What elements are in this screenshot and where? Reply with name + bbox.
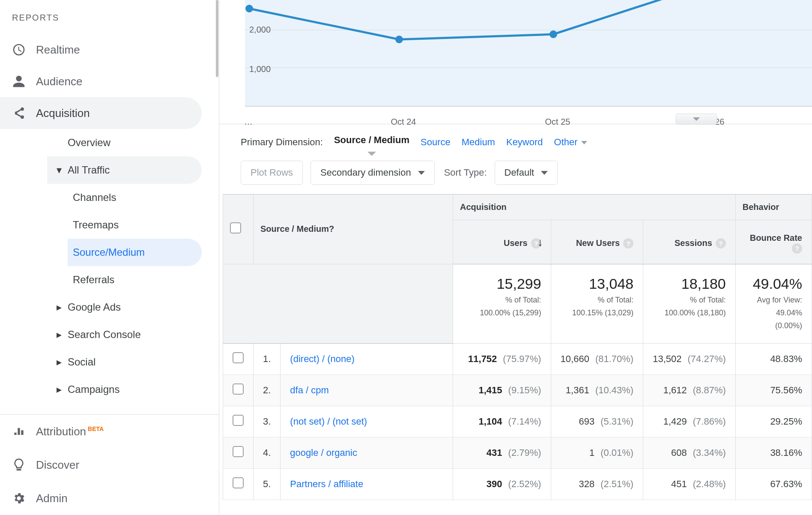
- source-medium-link[interactable]: Partners / affiliate: [281, 468, 453, 500]
- sidebar-item-label: Treemaps: [73, 219, 119, 231]
- dimension-keyword[interactable]: Keyword: [506, 137, 543, 148]
- new-users-cell: 10,660(81.70%): [551, 343, 643, 374]
- sidebar-item-source-medium[interactable]: Source/Medium: [68, 239, 202, 266]
- sort-type-dropdown[interactable]: Default: [495, 161, 558, 185]
- row-checkbox[interactable]: [223, 343, 254, 374]
- dropdown-label: Secondary dimension: [320, 167, 411, 178]
- sidebar-item-campaigns[interactable]: ▸Campaigns: [47, 376, 202, 403]
- sidebar: REPORTS Realtime Audience Acquisition Ov…: [0, 0, 219, 515]
- new-users-cell: 1,361(10.43%): [551, 374, 643, 406]
- sidebar-item-google-ads[interactable]: ▸Google Ads: [47, 293, 202, 321]
- group-acquisition: Acquisition: [453, 195, 735, 220]
- svg-point-6: [549, 30, 557, 38]
- col-sessions[interactable]: Sessions?: [643, 220, 736, 264]
- sidebar-item-label: Acquisition: [36, 107, 90, 120]
- sidebar-item-label: Campaigns: [68, 383, 119, 395]
- line-chart[interactable]: 2,000 1,000 … Oct 24 Oct 25 Oct 26: [219, 0, 812, 124]
- dimension-medium[interactable]: Medium: [462, 137, 495, 148]
- sidebar-item-attribution[interactable]: AttributionBETA: [0, 415, 202, 448]
- sidebar-item-label: Overview: [68, 137, 110, 149]
- controls-bar: Plot Rows Secondary dimension Sort Type:…: [219, 156, 812, 194]
- chart-scrubber[interactable]: [676, 114, 717, 125]
- total-bounce: 49.04%: [745, 275, 802, 292]
- total-sessions: 18,180: [653, 275, 726, 292]
- person-icon: [12, 75, 26, 88]
- sessions-cell: 1,429(7.86%): [643, 406, 736, 437]
- y-tick-2000: 2,000: [249, 25, 271, 35]
- row-checkbox[interactable]: [223, 406, 254, 437]
- col-new-users[interactable]: New Users?: [551, 220, 643, 264]
- sidebar-item-social[interactable]: ▸Social: [47, 348, 202, 376]
- clock-icon: [12, 43, 26, 57]
- sidebar-item-treemaps[interactable]: Treemaps: [68, 211, 202, 239]
- dimension-source[interactable]: Source: [421, 137, 451, 148]
- new-users-cell: 1(0.01%): [551, 437, 643, 468]
- select-all-checkbox[interactable]: [223, 195, 254, 264]
- secondary-dimension-dropdown[interactable]: Secondary dimension: [310, 161, 435, 185]
- users-cell: 1,415(9.15%): [453, 374, 551, 406]
- total-users: 15,299: [463, 275, 541, 292]
- source-medium-link[interactable]: (not set) / (not set): [281, 406, 453, 437]
- plot-rows-button[interactable]: Plot Rows: [241, 161, 303, 185]
- row-checkbox[interactable]: [223, 437, 254, 468]
- row-index: 4.: [254, 437, 281, 468]
- row-index: 1.: [254, 343, 281, 374]
- source-medium-link[interactable]: google / organic: [281, 437, 453, 468]
- col-users[interactable]: Users?: [453, 220, 551, 264]
- help-icon[interactable]: ?: [716, 238, 726, 249]
- dimension-other[interactable]: Other: [554, 137, 587, 148]
- sidebar-item-label: Source/Medium: [73, 246, 145, 258]
- dropdown-label: Default: [505, 167, 534, 178]
- users-cell: 11,752(75.97%): [453, 343, 551, 374]
- source-medium-link[interactable]: (direct) / (none): [281, 343, 453, 374]
- help-icon[interactable]: ?: [329, 224, 334, 234]
- row-index: 2.: [254, 374, 281, 406]
- sidebar-item-label: Realtime: [36, 43, 80, 57]
- table-row: 2.dfa / cpm1,415(9.15%)1,361(10.43%)1,61…: [223, 374, 812, 406]
- help-icon[interactable]: ?: [531, 238, 541, 249]
- sidebar-item-audience[interactable]: Audience: [0, 66, 202, 97]
- sidebar-item-channels[interactable]: Channels: [68, 184, 202, 211]
- sidebar-item-search-console[interactable]: ▸Search Console: [47, 321, 202, 348]
- new-users-cell: 328(2.51%): [551, 468, 643, 500]
- sidebar-item-discover[interactable]: Discover: [0, 448, 202, 482]
- sidebar-item-label: Referrals: [73, 274, 114, 286]
- bounce-cell: 29.25%: [735, 406, 812, 437]
- sidebar-item-referrals[interactable]: Referrals: [68, 266, 202, 293]
- sort-type-label: Sort Type:: [444, 167, 487, 178]
- users-cell: 431(2.79%): [453, 437, 551, 468]
- beta-badge: BETA: [88, 425, 104, 432]
- help-icon[interactable]: ?: [792, 243, 802, 254]
- sidebar-item-label: Admin: [36, 492, 68, 505]
- source-medium-link[interactable]: dfa / cpm: [281, 374, 453, 406]
- col-bounce-rate[interactable]: Bounce Rate?: [735, 220, 812, 264]
- main-panel: 2,000 1,000 … Oct 24 Oct 25 Oct 26 Prima…: [219, 0, 812, 515]
- caret-right-icon: ▸: [57, 329, 63, 341]
- x-tick: Oct 24: [391, 117, 416, 127]
- share-network-icon: [12, 106, 26, 120]
- help-icon[interactable]: ?: [623, 238, 633, 249]
- attribution-icon: [12, 425, 26, 438]
- bounce-cell: 67.63%: [735, 468, 812, 500]
- caret-right-icon: ▸: [57, 356, 63, 368]
- sidebar-item-label: Social: [68, 356, 96, 368]
- svg-rect-0: [245, 0, 812, 106]
- col-source-medium[interactable]: Source / Medium: [260, 224, 329, 234]
- total-new-users: 13,048: [561, 275, 634, 292]
- row-index: 5.: [254, 468, 281, 500]
- sidebar-item-realtime[interactable]: Realtime: [0, 34, 202, 66]
- group-behavior: Behavior: [735, 195, 812, 220]
- caret-right-icon: ▸: [57, 301, 63, 313]
- row-checkbox[interactable]: [223, 374, 254, 406]
- sidebar-item-acquisition[interactable]: Acquisition: [0, 97, 202, 129]
- totals-row: 15,299% of Total:100.00% (15,299) 13,048…: [223, 264, 812, 343]
- reports-section-title: REPORTS: [0, 4, 219, 34]
- sidebar-item-all-traffic[interactable]: ▾All Traffic: [47, 156, 202, 184]
- row-checkbox[interactable]: [223, 468, 254, 500]
- sidebar-item-overview[interactable]: Overview: [47, 129, 202, 156]
- sidebar-item-admin[interactable]: Admin: [0, 482, 202, 515]
- new-users-cell: 693(5.31%): [551, 406, 643, 437]
- users-cell: 390(2.52%): [453, 468, 551, 500]
- dimension-source-medium[interactable]: Source / Medium: [334, 135, 409, 150]
- caret-right-icon: ▸: [57, 383, 63, 395]
